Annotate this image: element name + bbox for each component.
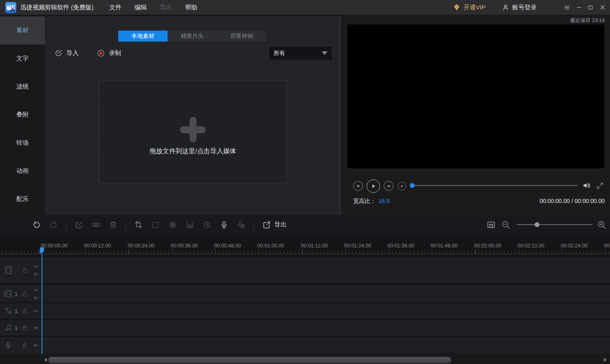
media-dropzone[interactable]: 拖放文件到这里/点击导入媒体 xyxy=(99,81,287,183)
tab-background-samples[interactable]: 背景样例 xyxy=(217,31,266,42)
sidebar-item-music[interactable]: 配乐 xyxy=(0,185,45,213)
edit-clip-button xyxy=(74,220,84,229)
seek-slider-handle[interactable] xyxy=(410,183,415,188)
vip-button[interactable]: 开通VIP xyxy=(453,3,486,11)
sidebar-item-material[interactable]: 素材 xyxy=(0,16,45,44)
filter-dropdown-value: 所有 xyxy=(274,50,322,57)
music-note-icon xyxy=(4,323,13,332)
fit-timeline-button[interactable] xyxy=(486,220,496,229)
text-track-icon xyxy=(4,307,13,315)
ruler-label: 00:02:00.00 xyxy=(474,243,501,249)
detach-preview-icon[interactable] xyxy=(596,181,604,190)
next-frame-button[interactable] xyxy=(384,181,393,191)
plus-icon xyxy=(180,117,206,142)
speaker-icon[interactable] xyxy=(33,271,39,277)
chevron-down-icon xyxy=(322,51,327,55)
aspect-ratio-label: 宽高比： xyxy=(353,198,376,205)
voice-to-text-button xyxy=(236,220,246,229)
minimize-button[interactable] xyxy=(573,0,585,15)
sidebar: 素材 文字 滤镜 叠附 转场 动画 配乐 xyxy=(0,15,45,215)
video-preview-screen xyxy=(347,24,604,168)
scrollbar-thumb[interactable] xyxy=(48,357,451,364)
eye-icon[interactable] xyxy=(33,287,39,293)
menu-edit[interactable]: 编辑 xyxy=(134,4,147,11)
unlock-icon[interactable] xyxy=(21,342,28,349)
window-menu-button[interactable] xyxy=(561,0,573,15)
video-track-header xyxy=(0,257,41,283)
login-button[interactable]: 账号登录 xyxy=(502,4,537,11)
previous-frame-button[interactable] xyxy=(353,181,363,191)
timeline-ruler[interactable]: 00:00:00.00 00:00:12.00 00:00:24.00 00:0… xyxy=(0,234,610,256)
unlock-icon[interactable] xyxy=(21,267,28,274)
record-button[interactable]: 录制 xyxy=(97,47,121,59)
media-tabs: 本地素材 精美片头 背景样例 xyxy=(118,31,266,42)
close-button[interactable] xyxy=(597,0,608,15)
zoom-in-button[interactable] xyxy=(597,220,606,229)
zoom-out-button[interactable] xyxy=(501,220,511,229)
unlock-icon[interactable] xyxy=(21,324,28,331)
track-row-pip[interactable]: 1 xyxy=(0,285,610,302)
delete-clip-button xyxy=(108,220,118,229)
record-label: 录制 xyxy=(109,49,121,57)
eye-icon[interactable] xyxy=(33,308,39,314)
track-row-video[interactable] xyxy=(0,257,610,283)
timeline-zoom-slider-track[interactable] xyxy=(517,224,592,225)
volume-icon[interactable] xyxy=(582,181,592,190)
maximize-button[interactable] xyxy=(585,0,597,15)
speaker-icon[interactable] xyxy=(33,325,39,331)
crop-button xyxy=(134,220,143,229)
sidebar-item-overlay[interactable]: 叠附 xyxy=(0,101,45,129)
timeline-toolbar: 导出 xyxy=(0,215,610,234)
aspect-ratio-value[interactable]: 16:9 xyxy=(378,198,389,204)
seek-slider-track[interactable] xyxy=(410,185,578,186)
ruler-label: 00:02:12.00 xyxy=(517,243,544,249)
tab-local-material[interactable]: 本地素材 xyxy=(118,31,168,42)
unlock-icon[interactable] xyxy=(21,308,28,315)
film-icon xyxy=(4,265,13,276)
redo-button xyxy=(49,220,58,229)
timeline-scrollbar[interactable] xyxy=(0,354,610,364)
split-clip-button xyxy=(91,220,101,229)
toolbar-separator xyxy=(126,221,126,228)
scroll-left-arrow[interactable] xyxy=(44,358,47,362)
toolbar-separator xyxy=(254,221,254,228)
track-row-voice[interactable] xyxy=(0,337,610,353)
eye-icon[interactable] xyxy=(33,263,39,269)
timeline-zoom-slider-handle[interactable] xyxy=(535,222,539,227)
app-title: 迅捷视频剪辑软件 (免费版) xyxy=(20,4,93,11)
track-row-music[interactable]: 1 xyxy=(0,320,610,335)
speaker-icon[interactable] xyxy=(33,295,39,301)
menu-help[interactable]: 帮助 xyxy=(185,4,198,11)
playhead-line xyxy=(42,254,42,354)
export-button-icon[interactable] xyxy=(262,220,271,229)
sidebar-item-animation[interactable]: 动画 xyxy=(0,157,45,185)
sidebar-item-transition[interactable]: 转场 xyxy=(0,129,45,157)
tab-intro-templates[interactable]: 精美片头 xyxy=(168,31,217,42)
voice-record-button[interactable] xyxy=(219,220,229,229)
undo-button[interactable] xyxy=(32,220,41,229)
track-row-text[interactable]: 1 xyxy=(0,303,610,319)
app-logo-icon xyxy=(5,2,16,13)
filter-dropdown[interactable]: 所有 xyxy=(270,47,332,60)
menu-file[interactable]: 文件 xyxy=(109,4,122,11)
import-button[interactable]: 导入 xyxy=(54,47,79,59)
audio-levels-button xyxy=(185,220,194,229)
speaker-icon[interactable] xyxy=(33,342,39,349)
import-label: 导入 xyxy=(66,49,79,57)
mosaic-button xyxy=(168,220,177,229)
ruler-label: 00:01:36.00 xyxy=(387,243,414,249)
sidebar-item-filter[interactable]: 滤镜 xyxy=(0,73,45,101)
stop-button[interactable] xyxy=(398,182,406,190)
menu-export: 导出 xyxy=(159,4,172,11)
sidebar-item-text[interactable]: 文字 xyxy=(0,44,45,73)
ruler-label: 00:02:24.00 xyxy=(561,243,588,249)
play-button[interactable] xyxy=(367,179,380,193)
timecode-display: 00:00:00.00 / 00:00:00.00 xyxy=(539,198,605,204)
ruler-label: 00:01:24.00 xyxy=(344,243,371,249)
export-button[interactable]: 导出 xyxy=(274,221,287,229)
toolbar-separator xyxy=(66,221,66,228)
voice-track-header xyxy=(0,337,41,353)
ruler-label: 00:01:48.00 xyxy=(431,243,458,249)
unlock-icon[interactable] xyxy=(21,290,28,297)
scroll-right-arrow[interactable] xyxy=(604,358,607,362)
